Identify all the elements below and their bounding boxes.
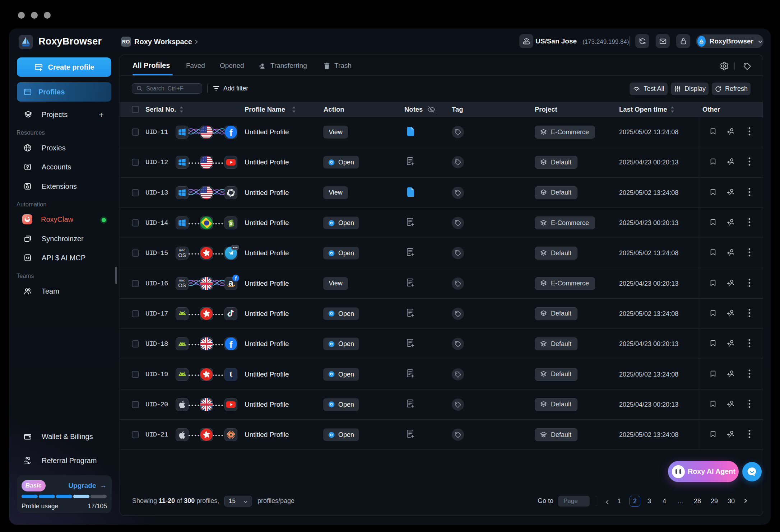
svg-text:S: S [230, 221, 233, 226]
